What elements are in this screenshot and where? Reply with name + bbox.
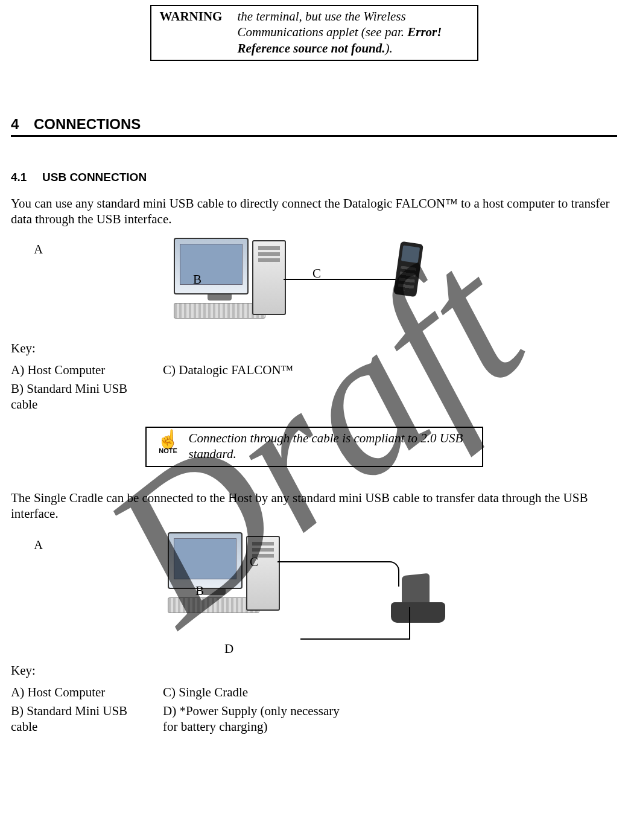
key1-a: A) Host Computer [11, 361, 163, 379]
figure-2: A B C D [11, 532, 617, 659]
paragraph-2: The Single Cradle can be connected to th… [11, 490, 617, 522]
fig2-label-b: B [195, 583, 204, 599]
warning-text: the terminal, but use the Wireless Commu… [232, 6, 477, 60]
key1-c: C) Datalogic FALCON™ [163, 361, 300, 379]
note-text: Connection through the cable is complian… [185, 430, 477, 462]
key1-table: A) Host Computer C) Datalogic FALCON™ B)… [11, 361, 300, 413]
falcon-device-icon [393, 241, 423, 297]
section-title: CONNECTIONS [34, 116, 141, 132]
subsection-number: 4.1 [11, 170, 42, 185]
key1-empty [163, 380, 300, 414]
single-cradle-icon [391, 574, 445, 623]
note-box: ☝ NOTE Connection through the cable is c… [145, 427, 483, 467]
section-number: 4 [11, 115, 34, 133]
fig2-label-c: C [250, 554, 258, 570]
power-supply-line-icon [300, 638, 409, 640]
hand-icon: ☝ [151, 430, 185, 448]
warning-label: WARNING [151, 6, 232, 60]
pc-tower-icon [252, 240, 286, 315]
key2-a: A) Host Computer [11, 683, 163, 701]
figure-1: A B C [11, 238, 617, 334]
note-icon-block: ☝ NOTE [151, 430, 185, 456]
fig2-label-d: D [224, 641, 233, 657]
subsection-heading: 4.1USB CONNECTION [11, 170, 617, 185]
warning-text-before: the terminal, but use the Wireless Commu… [238, 9, 408, 39]
section-heading: 4CONNECTIONS [11, 115, 617, 137]
warning-text-after: ). [385, 41, 393, 56]
paragraph-1: You can use any standard mini USB cable … [11, 196, 617, 228]
fig2-label-a: A [34, 537, 43, 553]
key1-b: B) Standard Mini USB cable [11, 380, 163, 414]
note-caption: NOTE [151, 447, 185, 456]
fig1-label-a: A [34, 241, 43, 257]
usb-cable-icon [284, 279, 398, 280]
subsection-title: USB CONNECTION [42, 171, 147, 183]
key2-table: A) Host Computer C) Single Cradle B) Sta… [11, 683, 363, 736]
page: WARNING the terminal, but use the Wirele… [0, 5, 628, 760]
fig1-label-b: B [193, 272, 201, 287]
key1-label: Key: [11, 340, 617, 356]
pc-tower-icon [246, 536, 280, 611]
warning-box: WARNING the terminal, but use the Wirele… [150, 5, 478, 61]
usb-cable-icon [278, 561, 399, 587]
key2-b: B) Standard Mini USB cable [11, 702, 163, 736]
key2-d: D) *Power Supply (only necessary for bat… [163, 702, 363, 736]
key2-c: C) Single Cradle [163, 683, 363, 701]
key2-label: Key: [11, 663, 617, 678]
